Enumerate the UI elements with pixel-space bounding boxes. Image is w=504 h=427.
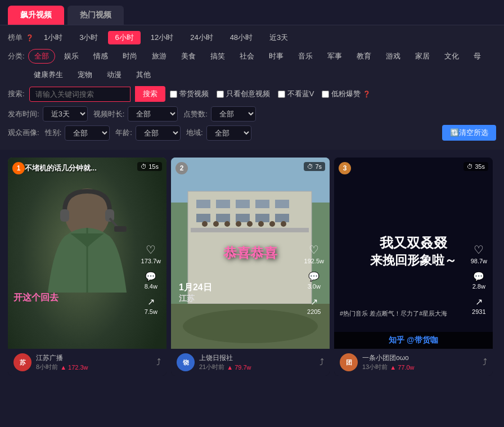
checkbox-bluev[interactable]: 不看蓝V <box>278 89 314 99</box>
cat-home[interactable]: 家居 <box>410 50 435 63</box>
date-location: 1月24日 江苏 <box>179 282 212 304</box>
tab-rising[interactable]: 飙升视频 <box>8 6 64 25</box>
time-btn-1h[interactable]: 1小时 <box>37 31 69 44</box>
cat-funny[interactable]: 搞笑 <box>205 50 231 63</box>
checkbox-lowfan[interactable]: 低粉爆赞 ❓ <box>322 89 371 99</box>
stat-comments-2: 💬 3.0w <box>308 271 321 290</box>
svg-point-28 <box>183 309 318 343</box>
time-btn-24h[interactable]: 24小时 <box>183 31 219 44</box>
gender-select[interactable]: 全部 男 女 <box>65 125 110 141</box>
cat-games[interactable]: 游戏 <box>380 50 406 63</box>
video-info-3: 团 一条小团团oωo 13小时前 ▲ 77.0w ⤴ <box>334 349 493 376</box>
dropdown-row-2: 观众画像: 性别: 全部 男 女 年龄: 全部 18-24 25-35 地域: … <box>8 125 496 141</box>
author-info-2: 上饶日报社 21小时前 ▲ 79.7w <box>199 353 315 371</box>
filter-section: 榜单 ❓ 1小时 3小时 6小时 12小时 24小时 48小时 近3天 分类: … <box>0 25 504 150</box>
cat-society[interactable]: 社会 <box>234 50 260 63</box>
stat-likes-2: ♡ 192.5w <box>304 243 324 264</box>
big-text-2: 来挽回形象啦～ <box>370 252 457 269</box>
search-label: 搜索: <box>8 89 25 99</box>
share-icon-1[interactable]: ⤴ <box>156 357 161 367</box>
checkbox-creative[interactable]: 只看创意视频 <box>217 89 270 99</box>
publish-time-label: 发布时间: <box>8 109 39 119</box>
top-tabs: 飙升视频 热门视频 <box>0 0 504 25</box>
hashtag-text: #热门音乐 差点断气！尽力了#星辰大海 <box>340 309 447 318</box>
video-duration-select[interactable]: 全部 15s以内 15-60s 1-5分钟 <box>128 106 178 122</box>
publish-time-group: 发布时间: 近3天 近1天 近7天 <box>8 106 88 122</box>
cat-other[interactable]: 其他 <box>130 68 156 82</box>
cat-military[interactable]: 军事 <box>322 50 348 63</box>
cat-news[interactable]: 时事 <box>263 50 289 63</box>
video-card-2[interactable]: 2 ⏱ 7s 恭喜恭喜 1月24日 江苏 ♡ 192.5w 💬 3.0w ↗ <box>171 158 330 376</box>
likes-group: 点赞数: 全部 1w+ 10w+ <box>183 106 256 122</box>
ranking-help-icon: ❓ <box>26 34 34 42</box>
tab-hot[interactable]: 热门视频 <box>68 6 124 25</box>
cat-education[interactable]: 教育 <box>351 50 377 63</box>
cat-fashion[interactable]: 时尚 <box>117 50 143 63</box>
checkbox-lowfan-input[interactable] <box>322 91 329 98</box>
stat-shares-2: ↗ 2205 <box>307 296 321 315</box>
dropdown-row-1: 发布时间: 近3天 近1天 近7天 视频时长: 全部 15s以内 15-60s … <box>8 106 496 122</box>
cat-pets[interactable]: 宠物 <box>72 68 98 82</box>
cat-anime[interactable]: 动漫 <box>101 68 127 82</box>
likes-select[interactable]: 全部 1w+ 10w+ <box>211 106 256 122</box>
cat-travel[interactable]: 旅游 <box>146 50 172 63</box>
cat-culture[interactable]: 文化 <box>439 50 465 63</box>
video-thumb-3: 3 ⏱ 35s 我又双叒叕 来挽回形象啦～ ♡ 98.7w 💬 2.8w ↗ <box>334 158 493 349</box>
video-duration-label: 视频时长: <box>93 109 125 119</box>
video-card-1[interactable]: 1 ⏱ 15s 不堵机的话几分钟就... ♡ 173.7w 💬 8.4w ↗ 7… <box>8 158 166 376</box>
cat-entertainment[interactable]: 娱乐 <box>58 50 84 63</box>
time-btn-12h[interactable]: 12小时 <box>144 31 180 44</box>
big-text-1: 我又双叒叕 <box>370 234 457 252</box>
svg-rect-15 <box>236 214 250 222</box>
time-btn-3h[interactable]: 3小时 <box>73 31 105 44</box>
svg-point-22 <box>236 221 241 227</box>
checkbox-bluev-input[interactable] <box>278 91 285 98</box>
checkbox-delivery[interactable]: 带货视频 <box>170 89 209 99</box>
cat-all[interactable]: 全部 <box>28 49 55 64</box>
search-input[interactable] <box>29 87 130 102</box>
checkbox-delivery-input[interactable] <box>170 91 177 98</box>
author-name-2: 上饶日报社 <box>199 353 315 363</box>
cat-music[interactable]: 音乐 <box>292 50 318 63</box>
svg-rect-11 <box>255 200 269 208</box>
svg-rect-12 <box>275 200 289 208</box>
region-select[interactable]: 全部 北京 上海 <box>206 125 251 141</box>
video-card-3[interactable]: 3 ⏱ 35s 我又双叒叕 来挽回形象啦～ ♡ 98.7w 💬 2.8w ↗ <box>334 158 493 376</box>
share-icon-3[interactable]: ⤴ <box>483 357 487 367</box>
rank-badge-3: 3 <box>339 162 351 174</box>
ranking-label: 榜单 <box>8 33 22 43</box>
video-title-1: 不堵机的话几分钟就... <box>25 163 133 173</box>
author-stats-2: 21小时前 ▲ 79.7w <box>199 363 315 371</box>
clear-filters-button[interactable]: 🔃清空所选 <box>442 125 496 141</box>
checkbox-creative-input[interactable] <box>217 91 224 98</box>
time-btn-3days[interactable]: 近3天 <box>263 31 295 44</box>
cat-health[interactable]: 健康养生 <box>28 68 69 82</box>
svg-rect-13 <box>196 214 210 222</box>
publish-time-select[interactable]: 近3天 近1天 近7天 <box>43 106 88 122</box>
author-name-3: 一条小团团oωo <box>362 353 478 363</box>
cat-more[interactable]: 母 <box>468 50 487 63</box>
video-thumb-2: 2 ⏱ 7s 恭喜恭喜 1月24日 江苏 ♡ 192.5w 💬 3.0w ↗ <box>171 158 330 349</box>
age-select[interactable]: 全部 18-24 25-35 <box>136 125 181 141</box>
ranking-row: 榜单 ❓ 1小时 3小时 6小时 12小时 24小时 48小时 近3天 <box>8 31 496 44</box>
svg-rect-16 <box>255 214 269 222</box>
search-button[interactable]: 搜索 <box>135 86 165 102</box>
svg-rect-10 <box>236 200 250 208</box>
svg-rect-14 <box>216 214 230 222</box>
congrats-text: 恭喜恭喜 <box>223 244 277 262</box>
svg-rect-4 <box>114 226 127 232</box>
author-info-1: 江苏广播 8小时前 ▲ 172.3w <box>36 353 152 371</box>
stat-likes-3: ♡ 98.7w <box>471 243 487 264</box>
svg-point-19 <box>202 221 208 227</box>
svg-rect-8 <box>196 200 210 208</box>
cat-emotion[interactable]: 情感 <box>88 50 114 63</box>
svg-point-24 <box>258 221 264 227</box>
share-icon-2[interactable]: ⤴ <box>320 357 324 367</box>
svg-point-25 <box>269 221 275 227</box>
time-btn-48h[interactable]: 48小时 <box>223 31 259 44</box>
age-label: 年龄: <box>115 128 132 138</box>
avatar-3: 团 <box>340 353 358 371</box>
time-btn-6h[interactable]: 6小时 <box>108 31 140 44</box>
cat-food[interactable]: 美食 <box>176 50 201 63</box>
region-label: 地域: <box>186 128 203 138</box>
